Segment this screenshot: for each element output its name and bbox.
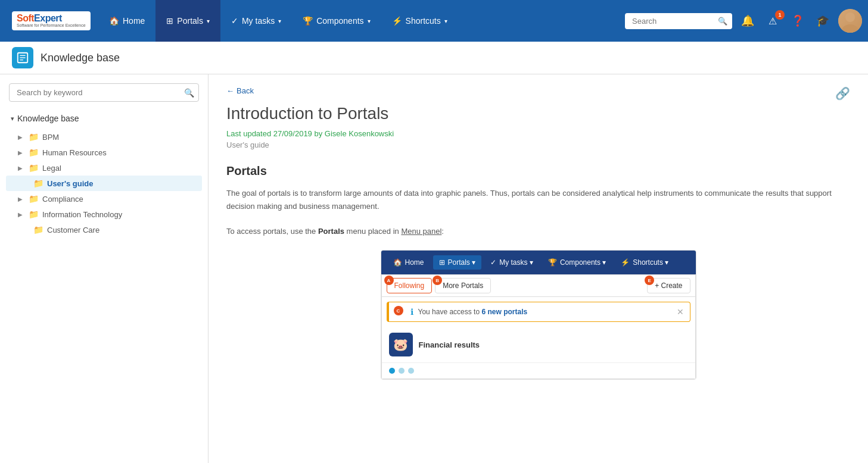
sidebar-kb-root[interactable]: ▾ Knowledge base: [6, 111, 202, 126]
ps-following-badge-wrap: A Following: [387, 278, 433, 293]
legal-label: Legal: [42, 164, 61, 173]
shortcuts-arrow: ▾: [444, 18, 447, 24]
it-label: Information Technology: [42, 210, 122, 219]
menu-panel-link[interactable]: Menu panel: [401, 227, 441, 236]
main-layout: 🔍 ▾ Knowledge base ▶ 📁 BPM ▶ 📁 Human Res…: [0, 74, 868, 463]
ps-dot-1: [389, 368, 395, 374]
logo-area: SoftExpert Software for Performance Exce…: [6, 8, 98, 33]
users-guide-folder-icon: 📁: [33, 179, 43, 188]
ps-nav-shortcuts[interactable]: ⚡ Shortcuts ▾: [615, 255, 674, 270]
legal-folder-icon: 📁: [29, 163, 39, 173]
compliance-label: Compliance: [42, 195, 83, 204]
mytasks-arrow: ▾: [278, 18, 281, 24]
paragraph-2: To access portals, use the Portals menu …: [226, 225, 850, 238]
graduation-icon[interactable]: 🎓: [813, 11, 832, 30]
hr-label: Human Resources: [42, 148, 107, 157]
kb-root-chevron: ▾: [11, 115, 14, 123]
topbar-right: 🔍 🔔 ⚠ 1 ❓ 🎓: [625, 9, 868, 33]
ps-shortcuts-icon: ⚡: [621, 258, 630, 267]
page-title-icon: [12, 47, 33, 68]
ps-nav-mytasks[interactable]: ✓ My tasks ▾: [484, 255, 539, 270]
sidebar-search-icon: 🔍: [184, 88, 194, 98]
hr-chevron: ▶: [18, 149, 26, 156]
page-title: Knowledge base: [41, 52, 120, 64]
sidebar-item-hr[interactable]: ▶ 📁 Human Resources: [6, 145, 202, 160]
search-wrapper: 🔍: [625, 13, 732, 29]
logo-box: SoftExpert Software for Performance Exce…: [12, 11, 91, 30]
sidebar-item-customer-care[interactable]: 📁 Customer Care: [6, 222, 202, 237]
compliance-chevron: ▶: [18, 196, 26, 202]
portal-screenshot: 🏠 Home ⊞ Portals ▾ ✓ My tasks ▾ 🏆 Compon…: [381, 250, 696, 380]
ps-nav-home[interactable]: 🏠 Home: [387, 255, 430, 270]
sidebar-search-input[interactable]: [9, 83, 199, 102]
section-title: Portals: [226, 164, 850, 178]
nav-shortcuts[interactable]: ⚡ Shortcuts ▾: [381, 0, 458, 42]
ps-nav-portals[interactable]: ⊞ Portals ▾: [433, 255, 482, 270]
ps-tabs: A Following B More Portals E + Create: [382, 275, 695, 297]
page-title-bar: Knowledge base: [0, 42, 868, 74]
alerts-icon[interactable]: ⚠ 1: [763, 11, 782, 30]
sidebar-item-it[interactable]: ▶ 📁 Information Technology: [6, 207, 202, 222]
svg-point-1: [842, 24, 858, 33]
portals-arrow: ▾: [207, 18, 210, 24]
ps-alert-info-icon: ℹ: [410, 307, 413, 317]
home-icon: 🏠: [109, 16, 119, 26]
global-search-input[interactable]: [625, 13, 732, 29]
ps-dropdown-panel: A Following B More Portals E + Create C: [381, 274, 696, 379]
ps-tab-more-portals[interactable]: More Portals: [435, 278, 491, 293]
article-title: Introduction to Portals: [226, 104, 850, 123]
ps-portal-financial-name: Financial results: [419, 340, 480, 349]
content-area: 🔗 ← Back Introduction to Portals Last up…: [209, 74, 868, 463]
nav-home[interactable]: 🏠 Home: [98, 0, 155, 42]
users-guide-label: User's guide: [47, 179, 94, 188]
sidebar-item-legal[interactable]: ▶ 📁 Legal: [6, 160, 202, 176]
notification-bell[interactable]: 🔔: [738, 11, 757, 30]
sidebar-item-compliance[interactable]: ▶ 📁 Compliance: [6, 191, 202, 207]
it-chevron: ▶: [18, 211, 26, 218]
sidebar: 🔍 ▾ Knowledge base ▶ 📁 BPM ▶ 📁 Human Res…: [0, 74, 209, 463]
badge-a: A: [384, 276, 394, 285]
ps-home-icon: 🏠: [393, 258, 402, 267]
alert-badge: 1: [775, 10, 785, 20]
search-wrap: 🔍: [9, 83, 199, 102]
help-icon[interactable]: ❓: [788, 11, 807, 30]
ps-dot-2: [399, 368, 405, 374]
main-nav: 🏠 Home ⊞ Portals ▾ ✓ My tasks ▾ 🏆 Compon…: [98, 0, 458, 42]
ps-access-alert: C ℹ You have access to 6 new portals ✕: [387, 302, 690, 322]
logo-tagline: Software for Performance Excellence: [17, 23, 86, 28]
svg-point-0: [845, 12, 855, 22]
ps-portal-dots-item: [382, 363, 695, 378]
shortcuts-icon: ⚡: [392, 16, 402, 26]
user-avatar[interactable]: [838, 9, 862, 33]
compliance-folder-icon: 📁: [29, 194, 39, 204]
ps-components-icon: 🏆: [548, 258, 557, 267]
bpm-folder-icon: 📁: [29, 132, 39, 142]
ps-mytasks-icon: ✓: [490, 258, 496, 267]
topbar: SoftExpert Software for Performance Exce…: [0, 0, 868, 42]
ps-nav-components[interactable]: 🏆 Components ▾: [542, 255, 612, 270]
back-arrow-icon: ←: [226, 86, 234, 95]
avatar-image: [838, 9, 862, 33]
kb-root-label: Knowledge base: [17, 114, 79, 123]
back-link[interactable]: ← Back: [226, 86, 850, 95]
nav-mytasks[interactable]: ✓ My tasks ▾: [220, 0, 292, 42]
ps-portal-item-financial[interactable]: 🐷 Financial results: [382, 327, 695, 363]
ps-alert-close-icon[interactable]: ✕: [677, 307, 684, 317]
bpm-label: BPM: [42, 133, 59, 142]
mytasks-icon: ✓: [231, 16, 238, 26]
customer-care-label: Customer Care: [47, 226, 99, 234]
logo-text: SoftExpert: [17, 14, 62, 23]
article-type: User's guide: [226, 140, 850, 149]
search-area: 🔍: [0, 83, 208, 111]
ps-portal-financial-icon: 🐷: [389, 333, 413, 356]
nav-components[interactable]: 🏆 Components ▾: [292, 0, 381, 42]
nav-portals[interactable]: ⊞ Portals ▾: [155, 0, 220, 42]
link-icon[interactable]: 🔗: [835, 86, 850, 101]
it-folder-icon: 📁: [29, 209, 39, 219]
ps-more-portals-badge-wrap: B More Portals: [435, 278, 491, 293]
components-arrow: ▾: [368, 18, 371, 24]
sidebar-item-bpm[interactable]: ▶ 📁 BPM: [6, 129, 202, 145]
bpm-chevron: ▶: [18, 134, 26, 140]
ps-create-badge-wrap: E + Create: [647, 278, 690, 293]
sidebar-item-users-guide[interactable]: 📁 User's guide: [6, 176, 202, 191]
